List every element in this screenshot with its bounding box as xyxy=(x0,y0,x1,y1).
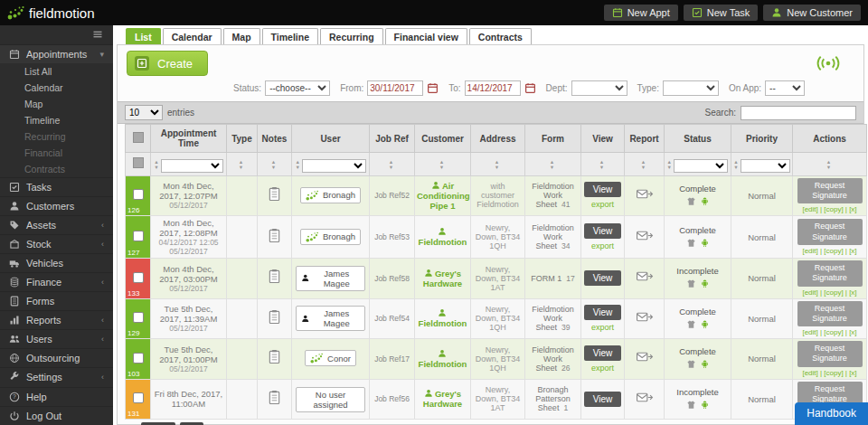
new-appt-button[interactable]: New Appt xyxy=(604,5,678,21)
sort-arrows-icon[interactable]: ▲▼ xyxy=(239,159,243,170)
type-filter-select[interactable] xyxy=(663,80,719,96)
row-links[interactable]: [edit] | [copy] | [x] xyxy=(795,369,864,377)
select-all-checkbox[interactable] xyxy=(133,132,144,143)
user-box[interactable]: James Magee xyxy=(296,266,365,291)
sidebar-subitem-timeline[interactable]: Timeline xyxy=(0,112,113,128)
view-button[interactable]: View xyxy=(584,182,622,197)
view-button[interactable]: View xyxy=(584,223,622,239)
column-filter-select[interactable] xyxy=(302,159,366,173)
hamburger-menu-icon[interactable] xyxy=(91,29,104,40)
sort-arrows-icon[interactable]: ▲▼ xyxy=(667,159,672,170)
row-links[interactable]: [edit] | [copy] | [x] xyxy=(795,288,864,297)
announcement-audio-icon[interactable] xyxy=(815,55,842,71)
sidebar-item-settings[interactable]: Settings‹ xyxy=(0,367,113,386)
dept-filter-select[interactable] xyxy=(571,80,627,96)
email-report-icon[interactable] xyxy=(635,269,655,283)
onapp-filter-select[interactable]: -- xyxy=(765,80,805,96)
request-signature-button[interactable]: Request Signature xyxy=(797,219,863,245)
row-links[interactable]: [edit] | [copy] | [x] xyxy=(795,247,864,255)
user-box[interactable]: Conor xyxy=(305,350,356,366)
sort-arrows-icon[interactable]: ▲▼ xyxy=(733,159,738,170)
sidebar-item-customers[interactable]: Customers xyxy=(0,196,113,215)
note-icon[interactable] xyxy=(268,269,281,284)
export-link[interactable]: export xyxy=(583,323,622,332)
row-checkbox[interactable] xyxy=(133,272,144,283)
to-calendar-icon[interactable] xyxy=(524,82,536,94)
sidebar-item-tasks[interactable]: Tasks xyxy=(0,177,113,196)
column-filter-select[interactable] xyxy=(161,159,223,173)
sidebar-item-finance[interactable]: Finance‹ xyxy=(0,272,113,291)
email-report-icon[interactable] xyxy=(635,350,655,364)
sidebar-subitem-calendar[interactable]: Calendar xyxy=(0,80,113,96)
sort-arrows-icon[interactable]: ▲▼ xyxy=(641,159,646,170)
customer-cell[interactable]: Air Conditioning Pipe 1 xyxy=(415,175,471,216)
row-checkbox[interactable] xyxy=(133,231,144,241)
request-signature-button[interactable]: Request Signature xyxy=(797,178,863,204)
sidebar-item-log-out[interactable]: Log Out xyxy=(0,406,113,425)
user-box[interactable]: No user assigned xyxy=(296,387,365,412)
row-links[interactable]: [edit] | [copy] | [x] xyxy=(795,328,864,336)
email-report-icon[interactable] xyxy=(635,229,655,242)
from-calendar-icon[interactable] xyxy=(427,82,439,94)
entries-select[interactable]: 10 xyxy=(125,105,163,120)
sidebar-item-stock[interactable]: Stock‹ xyxy=(0,234,113,253)
from-date-input[interactable] xyxy=(367,80,423,96)
status-filter-select[interactable]: --choose-- xyxy=(265,80,330,96)
note-icon[interactable] xyxy=(268,309,281,325)
tab-recurring[interactable]: Recurring xyxy=(320,28,383,45)
row-checkbox[interactable] xyxy=(133,189,144,200)
sort-arrows-icon[interactable]: ▲▼ xyxy=(550,159,554,170)
new-task-button[interactable]: New Task xyxy=(684,5,758,21)
customer-cell[interactable]: Fieldmotion xyxy=(415,216,471,259)
sidebar-item-appointments[interactable]: Appointments▾ xyxy=(0,44,113,63)
column-filter-select[interactable] xyxy=(741,159,790,173)
column-filter-box[interactable] xyxy=(133,157,144,168)
request-signature-button[interactable]: Request Signature xyxy=(797,341,863,367)
sidebar-subitem-map[interactable]: Map xyxy=(0,96,113,112)
customer-cell[interactable]: Grey's Hardware xyxy=(415,379,471,420)
row-links[interactable]: [edit] | [copy] | [x] xyxy=(795,205,864,213)
sort-arrows-icon[interactable]: ▲▼ xyxy=(439,159,444,170)
sidebar-subitem-financial[interactable]: Financial xyxy=(0,145,113,161)
customer-cell[interactable]: Fieldmotion xyxy=(415,339,471,380)
handbook-button[interactable]: Handbook xyxy=(795,402,868,425)
note-icon[interactable] xyxy=(268,349,281,364)
sidebar-item-reports[interactable]: Reports‹ xyxy=(0,310,113,329)
tab-calendar[interactable]: Calendar xyxy=(163,28,222,45)
customer-cell[interactable]: Fieldmotion xyxy=(415,298,471,339)
view-button[interactable]: View xyxy=(584,345,622,361)
export-link[interactable]: export xyxy=(583,200,622,209)
tab-list[interactable]: List xyxy=(126,28,161,45)
view-button[interactable]: View xyxy=(584,270,622,286)
note-icon[interactable] xyxy=(268,390,281,405)
request-signature-button[interactable]: Request Signature xyxy=(797,301,863,327)
column-filter-select[interactable] xyxy=(674,159,728,173)
user-box[interactable]: James Magee xyxy=(296,306,365,331)
tab-contracts[interactable]: Contracts xyxy=(469,28,532,45)
to-date-input[interactable] xyxy=(465,80,521,96)
request-signature-button[interactable]: Request Signature xyxy=(797,260,863,287)
row-checkbox[interactable] xyxy=(133,312,144,323)
sidebar-item-vehicles[interactable]: Vehicles xyxy=(0,253,113,272)
sort-arrows-icon[interactable]: ▲▼ xyxy=(271,159,276,170)
row-checkbox[interactable] xyxy=(133,353,144,364)
sidebar-item-users[interactable]: Users‹ xyxy=(0,329,113,348)
tab-timeline[interactable]: Timeline xyxy=(262,28,318,45)
search-input[interactable] xyxy=(741,106,856,120)
tab-map[interactable]: Map xyxy=(223,28,260,45)
note-icon[interactable] xyxy=(268,186,281,202)
user-box[interactable]: Bronagh xyxy=(300,187,361,203)
sort-arrows-icon[interactable]: ▲▼ xyxy=(154,159,158,170)
note-icon[interactable] xyxy=(268,228,281,243)
sort-arrows-icon[interactable]: ▲▼ xyxy=(389,159,393,170)
email-report-icon[interactable] xyxy=(635,187,655,201)
sidebar-item-outsourcing[interactable]: Outsourcing xyxy=(0,348,113,367)
sort-arrows-icon[interactable]: ▲▼ xyxy=(826,159,831,170)
sidebar-item-forms[interactable]: Forms xyxy=(0,291,113,310)
customer-cell[interactable]: Grey's Hardware xyxy=(415,259,471,299)
email-report-icon[interactable] xyxy=(635,310,655,324)
sort-arrows-icon[interactable]: ▲▼ xyxy=(599,159,604,170)
sidebar-subitem-recurring[interactable]: Recurring xyxy=(0,128,113,145)
view-button[interactable]: View xyxy=(584,305,622,320)
export-link[interactable]: export xyxy=(583,364,622,373)
